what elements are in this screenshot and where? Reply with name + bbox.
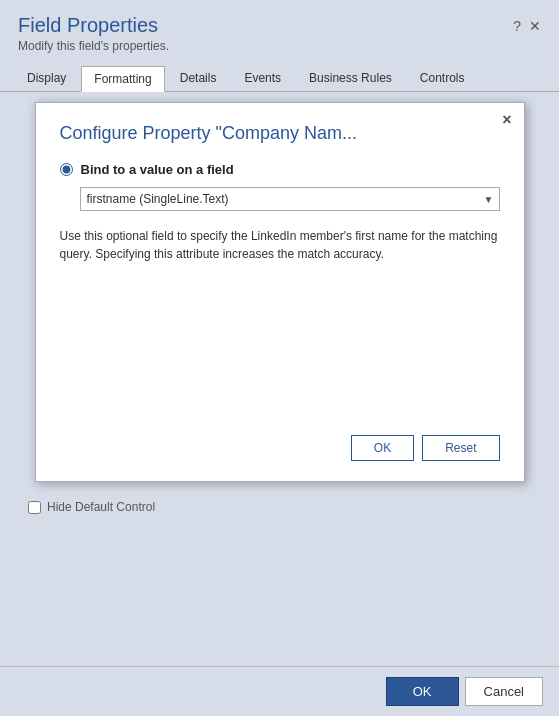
modal-footer-buttons: OK Reset: [60, 405, 500, 461]
bottom-section: Hide Default Control: [14, 492, 545, 522]
panel-subtitle: Modify this field's properties.: [18, 39, 169, 53]
tab-business-rules[interactable]: Business Rules: [296, 65, 405, 91]
outer-ok-button[interactable]: OK: [386, 677, 459, 706]
close-icon[interactable]: ✕: [529, 18, 541, 34]
radio-label[interactable]: Bind to a value on a field: [81, 162, 234, 177]
tab-events[interactable]: Events: [231, 65, 294, 91]
modal-title: Configure Property "Company Nam...: [60, 123, 500, 144]
modal-close-button[interactable]: ×: [502, 111, 511, 129]
panel-body: × Configure Property "Company Nam... Bin…: [0, 92, 559, 666]
hide-default-label[interactable]: Hide Default Control: [47, 500, 155, 514]
panel-header-icons: ? ✕: [513, 18, 541, 34]
panel-title: Field Properties: [18, 14, 169, 37]
help-icon[interactable]: ?: [513, 18, 521, 34]
modal-reset-button[interactable]: Reset: [422, 435, 499, 461]
bind-to-field-radio[interactable]: [60, 163, 73, 176]
field-select[interactable]: firstname (SingleLine.Text): [80, 187, 500, 211]
tab-display[interactable]: Display: [14, 65, 79, 91]
outer-panel: Field Properties Modify this field's pro…: [0, 0, 559, 716]
tab-details[interactable]: Details: [167, 65, 230, 91]
hide-default-checkbox[interactable]: [28, 501, 41, 514]
tab-formatting[interactable]: Formatting: [81, 66, 164, 92]
outer-footer: OK Cancel: [0, 666, 559, 716]
tab-controls[interactable]: Controls: [407, 65, 478, 91]
dropdown-row: firstname (SingleLine.Text): [80, 187, 500, 211]
panel-header: Field Properties Modify this field's pro…: [0, 0, 559, 59]
outer-cancel-button[interactable]: Cancel: [465, 677, 543, 706]
radio-row: Bind to a value on a field: [60, 162, 500, 177]
modal-ok-button[interactable]: OK: [351, 435, 414, 461]
description-text: Use this optional field to specify the L…: [60, 227, 500, 263]
modal-dialog: × Configure Property "Company Nam... Bin…: [35, 102, 525, 482]
panel-title-block: Field Properties Modify this field's pro…: [18, 14, 169, 53]
tabs-bar: Display Formatting Details Events Busine…: [0, 65, 559, 92]
select-wrapper: firstname (SingleLine.Text): [80, 187, 500, 211]
